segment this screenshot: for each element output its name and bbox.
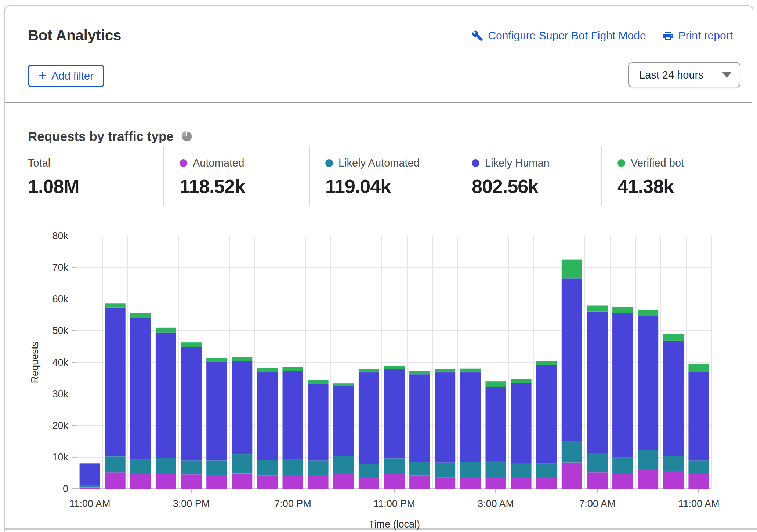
bar-segment-automated bbox=[486, 477, 506, 489]
x-tick-label: 7:00 PM bbox=[274, 498, 311, 509]
stat-likely-human-label-row: Likely Human bbox=[472, 157, 601, 169]
time-range-select[interactable]: Last 24 hours bbox=[628, 62, 740, 87]
bar-segment-likely-automated bbox=[105, 456, 126, 472]
verified-bot-dot bbox=[617, 159, 625, 167]
bar-segment-automated bbox=[663, 471, 684, 489]
bar-segment-likely-automated bbox=[130, 459, 151, 474]
y-tick-label: 40k bbox=[52, 357, 68, 368]
bar-segment-verified-bot bbox=[181, 342, 202, 347]
bar-segment-automated bbox=[308, 475, 329, 489]
y-tick-label: 20k bbox=[52, 420, 68, 431]
add-filter-button[interactable]: + Add filter bbox=[28, 65, 104, 87]
plus-icon: + bbox=[39, 68, 47, 82]
bar-segment-likely-human bbox=[308, 384, 329, 460]
header-links: Configure Super Bot Fight Mode Print rep… bbox=[472, 29, 733, 42]
bar-segment-likely-human bbox=[105, 308, 126, 457]
traffic-type-legend-stats: Total 1.08M Automated 118.52k Likely Aut… bbox=[28, 146, 741, 206]
bar-segment-likely-human bbox=[283, 371, 303, 459]
bar-segment-automated bbox=[435, 478, 455, 489]
printer-icon bbox=[662, 30, 674, 41]
bar-segment-likely-automated bbox=[435, 463, 455, 478]
bar-segment-likely-automated bbox=[486, 462, 506, 477]
bar-segment-likely-human bbox=[181, 347, 202, 460]
stat-likely-automated: Likely Automated 119.04k bbox=[309, 146, 456, 206]
pie-chart-icon bbox=[181, 131, 193, 142]
y-tick-label: 10k bbox=[52, 452, 68, 463]
bar-segment-likely-automated bbox=[181, 460, 202, 474]
header-divider bbox=[5, 102, 752, 103]
bar-segment-likely-human bbox=[409, 374, 430, 462]
bar-segment-verified-bot bbox=[333, 383, 354, 386]
bar-segment-likely-human bbox=[460, 372, 481, 462]
requests-by-traffic-type-chart: 010k20k30k40k50k60k70k80k11:00 AM3:00 PM… bbox=[0, 219, 757, 532]
bar-segment-verified-bot bbox=[562, 260, 582, 279]
bar-segment-automated bbox=[460, 477, 481, 489]
bar-segment-verified-bot bbox=[663, 334, 684, 341]
bar-segment-verified-bot bbox=[359, 369, 379, 372]
bar-segment-automated bbox=[536, 477, 557, 489]
add-filter-label: Add filter bbox=[51, 70, 93, 82]
bar-segment-automated bbox=[562, 463, 582, 489]
stat-label: Total bbox=[28, 157, 50, 169]
y-tick-label: 0 bbox=[63, 483, 68, 494]
bar-segment-automated bbox=[257, 476, 278, 489]
bar-segment-likely-human bbox=[156, 333, 176, 458]
bar-segment-verified-bot bbox=[460, 369, 481, 372]
bar-segment-likely-automated bbox=[384, 458, 405, 474]
configure-link-label: Configure Super Bot Fight Mode bbox=[488, 29, 646, 42]
bar-segment-likely-human bbox=[638, 316, 658, 450]
x-tick-label: 11:00 AM bbox=[678, 498, 719, 509]
chevron-down-icon bbox=[722, 72, 732, 78]
bar-segment-likely-human bbox=[359, 372, 379, 464]
bar-segment-automated bbox=[283, 475, 303, 489]
stat-label: Automated bbox=[193, 157, 244, 169]
bar-segment-likely-automated bbox=[359, 464, 379, 477]
print-link-label: Print report bbox=[678, 29, 733, 42]
bar-segment-likely-human bbox=[232, 361, 252, 454]
x-axis-label: Time (local) bbox=[369, 519, 420, 530]
section-heading-row: Requests by traffic type bbox=[28, 129, 193, 144]
bar-segment-likely-human bbox=[587, 312, 608, 453]
bar-segment-likely-automated bbox=[308, 460, 329, 475]
x-tick-label: 11:00 PM bbox=[373, 498, 415, 509]
stat-likely-automated-value: 119.04k bbox=[325, 175, 456, 197]
x-tick-label: 11:00 AM bbox=[69, 498, 111, 509]
stat-automated: Automated 118.52k bbox=[163, 146, 309, 206]
y-axis-label: Requests bbox=[29, 341, 40, 383]
bar-segment-verified-bot bbox=[206, 358, 227, 362]
bar-segment-automated bbox=[511, 477, 532, 489]
bar-segment-automated bbox=[206, 475, 227, 489]
stat-total-label-row: Total bbox=[28, 157, 163, 169]
bar-segment-verified-bot bbox=[257, 368, 278, 372]
stat-likely-human: Likely Human 802.56k bbox=[456, 146, 601, 206]
stat-total: Total 1.08M bbox=[28, 146, 163, 206]
bar-segment-automated bbox=[80, 488, 100, 489]
time-range-value: Last 24 hours bbox=[639, 69, 704, 81]
bar-segment-likely-automated bbox=[638, 450, 658, 469]
bar-segment-likely-automated bbox=[333, 456, 354, 473]
bar-segment-likely-human bbox=[80, 464, 100, 485]
y-tick-label: 30k bbox=[52, 389, 68, 400]
bar-segment-verified-bot bbox=[435, 369, 455, 372]
print-report-link[interactable]: Print report bbox=[662, 29, 733, 42]
wrench-icon bbox=[472, 30, 483, 41]
bar-segment-likely-automated bbox=[409, 462, 430, 476]
bar-segment-likely-automated bbox=[688, 460, 709, 474]
bar-segment-verified-bot bbox=[80, 463, 100, 464]
bar-segment-likely-automated bbox=[283, 459, 303, 475]
bar-segment-automated bbox=[130, 474, 151, 489]
bar-segment-automated bbox=[638, 469, 658, 489]
x-tick-label: 3:00 PM bbox=[173, 498, 210, 509]
stat-automated-value: 118.52k bbox=[180, 175, 309, 197]
bar-segment-verified-bot bbox=[511, 379, 532, 383]
bar-segment-likely-human bbox=[562, 278, 582, 441]
configure-super-bot-fight-mode-link[interactable]: Configure Super Bot Fight Mode bbox=[472, 29, 646, 42]
bar-segment-likely-automated bbox=[511, 464, 532, 477]
bar-segment-verified-bot bbox=[384, 366, 405, 369]
bar-segment-verified-bot bbox=[130, 313, 151, 318]
bar-segment-automated bbox=[409, 476, 430, 489]
stat-verified-bot-label-row: Verified bot bbox=[617, 157, 741, 169]
bar-segment-likely-automated bbox=[612, 458, 633, 474]
section-heading: Requests by traffic type bbox=[28, 129, 174, 144]
bar-segment-verified-bot bbox=[105, 303, 126, 307]
